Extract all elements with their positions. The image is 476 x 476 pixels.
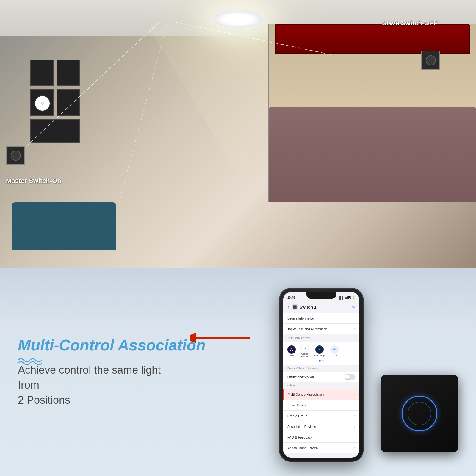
third-party-area: A Alexa G Google Assistant ✦: [283, 342, 359, 365]
phone-nav-bar: ‹ ⬛ Switch 1 ✎: [283, 301, 359, 313]
phone-signal-icons: ▌▌ WiFi 🔋: [339, 296, 355, 299]
menu-label-add-home: Add to Home Screen: [287, 446, 318, 450]
black-switch-device: [381, 375, 458, 452]
slave-switch-label: Slave Switch-OFF: [382, 19, 437, 27]
switch-ring: [402, 396, 437, 431]
xiaodu-icon[interactable]: 小 XIAODU: [330, 345, 339, 356]
phone-device-icon: ⬛: [292, 304, 298, 310]
phone-mockup: 10:48 ▌▌ WiFi 🔋 ‹ ⬛ Switch 1 ✎ Device In…: [280, 289, 363, 461]
service-dots: [287, 359, 355, 362]
phone-notch: [306, 292, 336, 299]
google-assistant-icon[interactable]: G Google Assistant: [300, 344, 309, 358]
feature-description: Achieve control the same light from 2 Po…: [18, 363, 184, 408]
phone-outer: 10:48 ▌▌ WiFi 🔋 ‹ ⬛ Switch 1 ✎ Device In…: [280, 289, 363, 461]
switch-inner-ring: [408, 402, 431, 425]
art-frame-4: [57, 89, 80, 116]
menu-label-tap-to-run: Tap-to-Run and Automation: [287, 327, 327, 331]
menu-item-associated-devices[interactable]: Associated Devices ›: [283, 421, 359, 432]
chevron-create-group: ›: [354, 414, 355, 418]
red-arrow: [190, 329, 250, 348]
others-section-label: Others: [283, 382, 359, 389]
room-background: 🕐 Master Switch-On Slave Switch-OFF: [0, 0, 476, 268]
menu-label-associated-devices: Associated Devices: [287, 425, 316, 428]
google-icon-circle: G: [300, 344, 309, 352]
chevron-add-home: ›: [354, 446, 355, 450]
master-switch-box: [6, 146, 25, 165]
wall-clock: 🕐: [34, 95, 51, 112]
bottom-section: Multi-Control Association Achieve contro…: [0, 268, 476, 476]
menu-label-faq: FAQ & Feedback: [287, 436, 312, 439]
art-frame-1: [30, 60, 54, 86]
offline-notification-row: Offline Notification: [283, 372, 359, 382]
chevron-tap-to-run: ›: [354, 327, 355, 331]
menu-item-tap-to-run[interactable]: Tap-to-Run and Automation ›: [283, 324, 359, 334]
menu-item-multi-control[interactable]: Multi-Control Association ›: [283, 389, 359, 400]
art-frame-2: [57, 60, 80, 86]
chevron-associated-devices: ›: [354, 425, 355, 429]
menu-item-device-info[interactable]: Device Information ›: [283, 313, 359, 324]
offline-notification-label: Offline Notification: [287, 375, 314, 379]
menu-item-faq[interactable]: FAQ & Feedback ›: [283, 432, 359, 443]
phone-time: 10:48: [287, 296, 295, 299]
art-frame-5: [30, 119, 80, 143]
xiaodu-icon-circle: 小: [330, 345, 339, 354]
smartthings-icon-circle: ✦: [315, 345, 324, 354]
bedroom-bed: [269, 107, 476, 202]
menu-item-create-group[interactable]: Create Group ›: [283, 411, 359, 421]
menu-label-device-info: Device Information: [287, 317, 315, 320]
alexa-icon[interactable]: A Alexa: [287, 345, 296, 356]
menu-label-share-device: Share Device: [287, 403, 307, 407]
chevron-share-device: ›: [354, 403, 355, 407]
menu-label-create-group: Create Group: [287, 414, 307, 418]
chevron-device-info: ›: [354, 316, 355, 320]
phone-back-button[interactable]: ‹: [287, 303, 289, 310]
smartthings-icon[interactable]: ✦ SmartThings: [314, 345, 325, 356]
chevron-multi-control: ›: [354, 392, 355, 397]
third-party-section-label: Third-party Control: [283, 334, 359, 342]
menu-label-multi-control: Multi-Control Association: [288, 393, 324, 396]
phone-device-name: Switch 1: [300, 305, 317, 309]
phone-edit-button[interactable]: ✎: [352, 305, 355, 309]
phone-screen: 10:48 ▌▌ WiFi 🔋 ‹ ⬛ Switch 1 ✎ Device In…: [283, 292, 359, 458]
slave-switch-box: [421, 51, 440, 70]
menu-item-add-home[interactable]: Add to Home Screen ›: [283, 443, 359, 453]
chevron-faq: ›: [354, 435, 355, 439]
third-party-icons-row: A Alexa G Google Assistant ✦: [287, 344, 355, 358]
alexa-icon-circle: A: [287, 345, 296, 354]
phone-title-area: ⬛ Switch 1: [292, 304, 317, 310]
menu-item-share-device[interactable]: Share Device ›: [283, 400, 359, 411]
feature-title: Multi-Control Association: [18, 336, 206, 354]
bedroom-headboard: [275, 24, 470, 54]
master-switch-label: Master Switch-On: [6, 177, 61, 185]
offline-toggle[interactable]: [345, 374, 355, 380]
bedroom-area: [268, 24, 476, 202]
sofa: [12, 202, 116, 250]
offline-section-label: Device Offline Notification: [283, 365, 359, 372]
